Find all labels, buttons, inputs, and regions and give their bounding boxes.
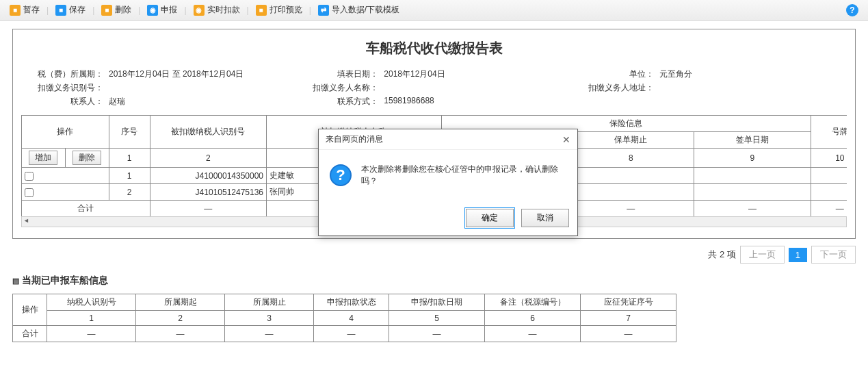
dialog-message: 本次删除将删除您在核心征管中的申报记录，确认删除吗？ [361,164,566,187]
dialog-ok-button[interactable]: 确定 [466,209,514,227]
dialog-title: 来自网页的消息 [326,133,383,145]
dialog-overlay: 来自网页的消息 ✕ ? 本次删除将删除您在核心征管中的申报记录，确认删除吗？ 确… [0,0,868,350]
question-icon: ? [330,164,352,186]
dialog-close-button[interactable]: ✕ [562,134,570,145]
confirm-dialog: 来自网页的消息 ✕ ? 本次删除将删除您在核心征管中的申报记录，确认删除吗？ 确… [318,129,578,236]
dialog-cancel-button[interactable]: 取消 [521,209,569,227]
